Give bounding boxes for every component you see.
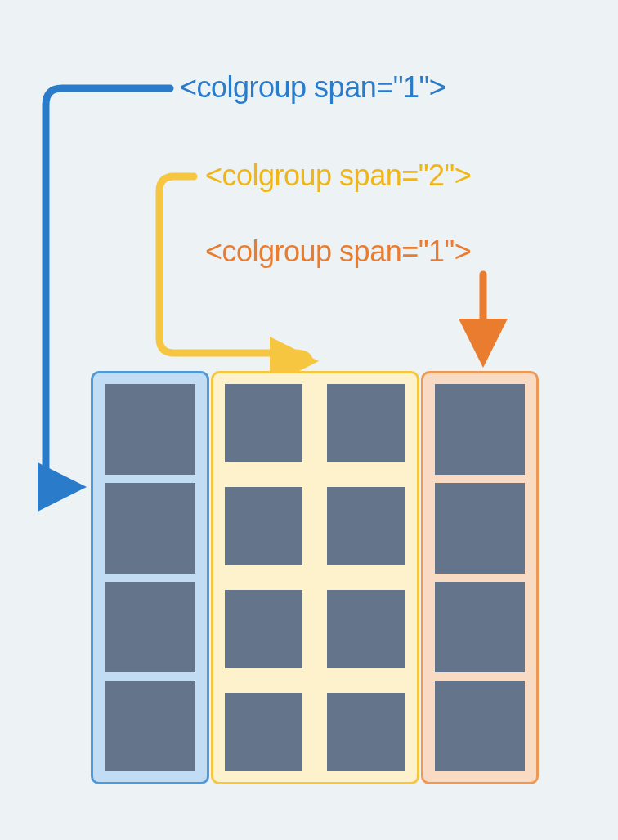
table-column — [105, 384, 195, 771]
table-cell — [435, 681, 526, 771]
colgroup-label-orange: <colgroup span="1"> — [205, 235, 471, 269]
table-cell — [435, 384, 526, 475]
table-cell — [225, 693, 303, 771]
table-cell — [435, 582, 526, 672]
table-cell — [105, 384, 195, 475]
table-cell — [327, 384, 405, 462]
table-cell — [105, 483, 195, 574]
table-cell — [225, 384, 303, 462]
colgroup-yellow — [211, 371, 419, 784]
table-cell — [327, 590, 405, 668]
table-cell — [105, 681, 195, 771]
colgroup-blue — [91, 371, 209, 784]
arrow-yellow — [159, 176, 309, 361]
table-column — [225, 384, 303, 771]
table-cell — [327, 487, 405, 565]
table-visualization — [91, 371, 539, 784]
colgroup-label-yellow: <colgroup span="2"> — [205, 159, 471, 193]
table-cell — [105, 582, 195, 672]
table-cell — [327, 693, 405, 771]
table-cell — [225, 487, 303, 565]
table-column — [327, 384, 405, 771]
colgroup-label-blue: <colgroup span="1"> — [180, 70, 446, 105]
table-cell — [225, 590, 303, 668]
colgroup-orange — [421, 371, 540, 784]
table-cell — [435, 483, 526, 574]
table-column — [435, 384, 526, 771]
